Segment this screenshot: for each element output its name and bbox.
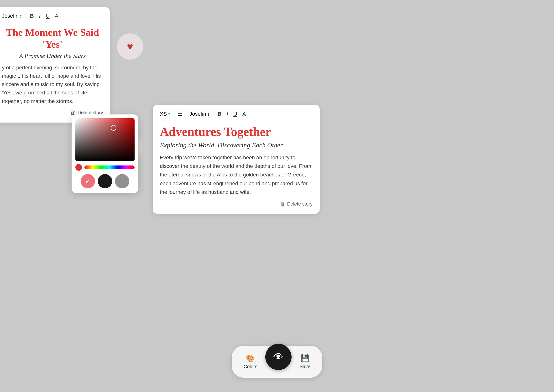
hue-slider-row (75, 164, 135, 171)
swatch-gray[interactable] (115, 174, 129, 188)
chevron-down-icon: ↕ (20, 13, 22, 19)
strikethrough-button-2[interactable]: A (241, 111, 247, 117)
colors-button[interactable]: 🎨 Colors (239, 352, 262, 371)
italic-button-1[interactable]: I (38, 13, 42, 19)
underline-button-2[interactable]: U (232, 111, 238, 117)
font-selector-1[interactable]: Josefin ↕ (2, 13, 22, 19)
font-name-1: Josefin (2, 13, 19, 19)
colors-icon: 🎨 (246, 354, 255, 363)
toolbar-sep-1 (26, 13, 26, 19)
preview-icon: 👁 (273, 351, 284, 363)
font-name-2: Josefin (189, 111, 206, 117)
size-value-2: XS (160, 111, 167, 117)
hue-preview-dot (75, 164, 82, 171)
colors-label: Colors (244, 364, 257, 369)
font-selector-2[interactable]: Josefin ↕ (189, 111, 210, 117)
save-button[interactable]: 💾 Save (295, 352, 315, 371)
preview-button[interactable]: 👁 (265, 344, 291, 370)
color-gradient-box[interactable] (75, 118, 135, 161)
trash-icon-2: 🗑 (280, 201, 285, 207)
color-swatches-row: ✓ (75, 174, 135, 188)
strikethrough-button-1[interactable]: A (54, 13, 59, 19)
bold-button-1[interactable]: B (29, 13, 35, 19)
delete-story-row-2: 🗑 Delete story (160, 201, 313, 207)
swatch-check-icon: ✓ (85, 178, 90, 185)
card1-subtitle: A Promise Under the Stars (2, 52, 103, 60)
chevron-down-icon-2: ↕ (207, 111, 210, 117)
card2-subtitle: Exploring the World, Discovering Each Ot… (160, 141, 313, 149)
card1-title: The Moment We Said 'Yes' (2, 27, 103, 50)
delete-story-button-2[interactable]: 🗑 Delete story (280, 201, 313, 207)
story-card-2: XS ↕ ☰ Josefin ↕ B I U A Adventures Toge… (153, 105, 320, 214)
swatch-pink[interactable]: ✓ (81, 174, 95, 188)
card2-title: Adventures Together (160, 125, 313, 139)
bottom-toolbar: 🎨 Colors 👁 💾 Save (232, 346, 322, 378)
italic-button-2[interactable]: I (226, 111, 229, 117)
save-label: Save (299, 364, 310, 369)
heart-icon: ♥ (127, 41, 133, 53)
card1-body: y of a perfect evening, surrounded by th… (2, 63, 103, 105)
story-card-1: Josefin ↕ B I U A The Moment We Said 'Ye… (0, 7, 110, 123)
color-picker-handle[interactable] (111, 125, 116, 131)
delete-story-label-2: Delete story (287, 201, 313, 207)
underline-button-1[interactable]: U (45, 13, 50, 19)
heart-circle: ♥ (117, 33, 143, 60)
toolbar-sep-4 (213, 111, 213, 117)
align-icon-2[interactable]: ☰ (177, 111, 183, 117)
save-icon: 💾 (301, 354, 309, 363)
color-picker-panel: ✓ (71, 114, 138, 193)
hue-slider[interactable] (85, 166, 135, 169)
size-chevron-icon: ↕ (168, 111, 170, 117)
toolbar-1: Josefin ↕ B I U A (2, 13, 103, 22)
size-selector-2[interactable]: XS ↕ (160, 111, 170, 117)
toolbar-2: XS ↕ ☰ Josefin ↕ B I U A (160, 111, 313, 120)
toolbar-sep-2 (174, 111, 174, 117)
swatch-black[interactable] (98, 174, 112, 188)
bold-button-2[interactable]: B (217, 111, 222, 117)
card2-body: Every trip we've taken together has been… (160, 153, 313, 196)
toolbar-sep-3 (186, 111, 186, 117)
